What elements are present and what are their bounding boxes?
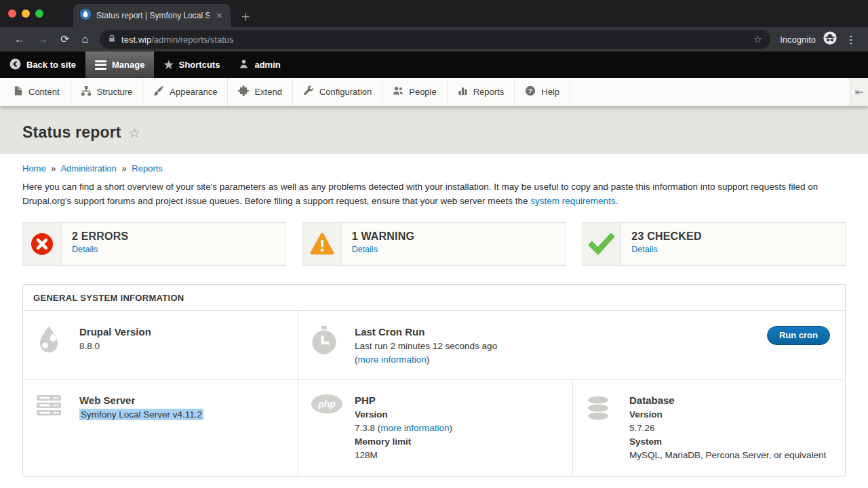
error-details-link[interactable]: Details [72,245,128,254]
paren: ) [450,423,453,433]
back-icon[interactable]: ← [8,34,31,45]
drupal-drop-icon [35,325,65,367]
stopwatch-icon [311,325,340,367]
checked-card[interactable]: 23 CHECKED Details [582,222,846,266]
run-cron-button[interactable]: Run cron [767,326,830,345]
wrench-icon [303,85,314,98]
php-memory-label: Memory limit [355,435,561,449]
drupal-favicon [80,9,91,22]
new-tab-button[interactable]: + [241,9,250,24]
error-icon [23,223,62,265]
zoom-window-button[interactable] [35,9,43,18]
menu-item-label: Reports [473,87,505,97]
check-icon [583,223,621,265]
breadcrumb-separator: » [121,163,126,174]
database-icon [585,393,615,464]
breadcrumb-link-administration[interactable]: Administration [60,163,116,174]
back-circle-icon [9,58,21,72]
menu-item-extend[interactable]: Extend [228,78,292,106]
home-icon[interactable]: ⌂ [75,34,94,45]
php-version-value: 7.3.8 [355,423,375,433]
server-rack-icon [35,393,65,464]
web-server-title: Web Server [79,393,287,408]
general-system-information-section: GENERAL SYSTEM INFORMATION Drupal Versio… [22,284,846,476]
drupal-version-cell: Drupal Version 8.8.0 [23,311,298,379]
page-header: Status report ☆ [0,106,868,154]
menu-item-appearance[interactable]: Appearance [143,78,228,106]
page-title: Status report [22,123,121,142]
intro-text: Here you can find a short overview of yo… [22,182,818,206]
bookmark-star-icon[interactable]: ☆ [753,33,762,45]
browser-tab[interactable]: Status report | Symfony Local Se ✕ [73,4,231,27]
user-account-tab[interactable]: admin [229,52,290,78]
warning-details-link[interactable]: Details [352,245,414,254]
close-window-button[interactable] [8,9,16,18]
incognito-icon [823,30,837,48]
menu-item-structure[interactable]: Structure [71,78,144,106]
paintbrush-icon [153,85,164,98]
url-host: test.wip [121,35,151,45]
browser-menu-icon[interactable]: ⋮ [837,33,860,46]
system-requirements-link[interactable]: system requirements. [530,196,618,206]
breadcrumb: Home » Administration » Reports [22,163,846,174]
menu-item-label: People [409,87,436,97]
error-card[interactable]: 2 ERRORS Details [22,222,286,266]
php-version-label: Version [355,408,561,422]
menu-item-label: Configuration [319,87,372,97]
cron-more-info: (more information) [355,353,753,367]
breadcrumb-link-home[interactable]: Home [22,163,46,174]
lock-icon [108,33,116,45]
cron-more-information-link[interactable]: more information [358,354,427,365]
checked-count: 23 CHECKED [631,230,701,243]
warning-card[interactable]: 1 WARNING Details [302,222,566,266]
favorite-star-icon[interactable]: ☆ [129,123,140,141]
reload-icon[interactable]: ⟳ [54,34,75,45]
php-icon-text: php [317,399,336,409]
php-title: PHP [355,393,561,408]
manage-tab[interactable]: Manage [85,52,154,78]
database-system-label: System [629,435,834,449]
drupal-version-value: 8.8.0 [79,340,287,353]
admin-menu-bar: Content Structure Appearance Extend Conf… [0,78,868,106]
hamburger-icon [95,60,106,70]
menu-bar-spacer [570,78,850,106]
bar-chart-icon [458,85,468,98]
status-summary-cards: 2 ERRORS Details 1 WARNING Details 23 CH… [22,222,846,266]
shortcuts-label: Shortcuts [179,60,220,70]
shortcuts-tab[interactable]: ★ Shortcuts [154,52,229,78]
paren: ) [427,354,430,365]
browser-tab-strip: Status report | Symfony Local Se ✕ + [0,0,868,27]
menu-item-content[interactable]: Content [0,78,71,106]
svg-text:?: ? [528,87,532,94]
back-to-site-link[interactable]: Back to site [0,52,85,78]
sitemap-icon [81,85,92,98]
database-title: Database [629,393,834,408]
php-memory-value: 128M [355,449,561,462]
incognito-label: Incognito [780,35,816,45]
menu-item-label: Content [28,87,60,97]
php-icon: php [311,393,340,464]
menu-item-label: Help [541,87,559,97]
menu-item-label: Extend [254,87,281,97]
menu-item-configuration[interactable]: Configuration [293,78,382,106]
checked-details-link[interactable]: Details [631,245,701,254]
puzzle-icon [238,85,249,98]
menu-item-reports[interactable]: Reports [448,78,515,106]
tab-close-icon[interactable]: ✕ [215,12,224,20]
minimize-window-button[interactable] [22,9,30,18]
toolbar-collapse-button[interactable]: ⇤ [850,78,868,106]
system-info-row-2: Web Server Symfony Local Server v4.11.2 … [23,380,845,476]
document-icon [13,85,23,98]
menu-item-label: Structure [97,87,133,97]
url-bar[interactable]: test.wip/admin/reports/status ☆ [100,30,770,49]
drupal-admin-bar: Back to site Manage ★ Shortcuts admin [0,52,868,78]
error-count: 2 ERRORS [72,230,128,243]
database-version-value: 5.7.26 [629,422,834,435]
people-icon [393,85,403,98]
breadcrumb-link-reports[interactable]: Reports [132,163,163,174]
menu-item-help[interactable]: ? Help [515,78,570,106]
forward-icon[interactable]: → [31,34,54,45]
last-cron-run-cell: Last Cron Run Last run 2 minutes 12 seco… [298,311,845,379]
php-more-information-link[interactable]: more information [380,423,449,433]
menu-item-people[interactable]: People [382,78,447,106]
